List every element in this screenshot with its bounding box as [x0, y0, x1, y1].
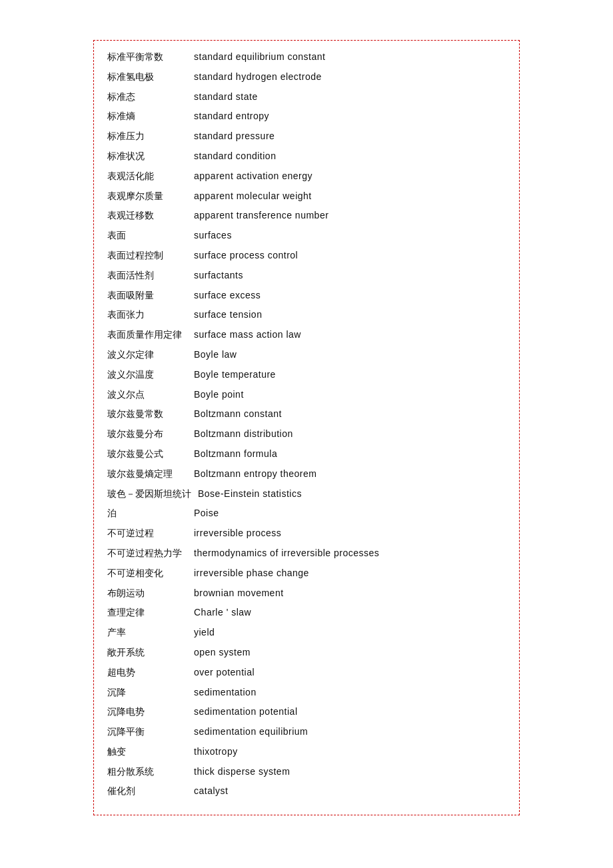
list-item: 玻尔兹曼分布Boltzmann distribution: [94, 424, 519, 444]
english-term: surface tension: [194, 307, 262, 323]
chinese-term: 触变: [107, 744, 187, 760]
chinese-term: 玻尔兹曼熵定理: [107, 466, 187, 482]
chinese-term: 表面: [107, 228, 187, 244]
chinese-term: 敞开系统: [107, 645, 187, 661]
list-item: 标准熵standard entropy: [94, 107, 519, 127]
list-item: 不可逆相变化irreversible phase change: [94, 564, 519, 584]
list-item: 催化剂catalyst: [94, 781, 519, 801]
english-term: sedimentation equilibrium: [194, 724, 308, 740]
chinese-term: 表观摩尔质量: [107, 189, 187, 205]
list-item: 表观摩尔质量apparent molecular weight: [94, 187, 519, 207]
list-item: 敞开系统open system: [94, 643, 519, 663]
english-term: thick disperse system: [194, 764, 290, 780]
chinese-term: 催化剂: [107, 783, 187, 799]
chinese-term: 玻尔兹曼分布: [107, 426, 187, 442]
list-item: 表面张力surface tension: [94, 305, 519, 325]
chinese-term: 标准压力: [107, 129, 187, 145]
english-term: sedimentation: [194, 685, 257, 701]
list-item: 沉降sedimentation: [94, 683, 519, 703]
english-term: standard hydrogen electrode: [194, 69, 322, 85]
chinese-term: 玻色－爱因斯坦统计: [107, 486, 191, 502]
english-term: Bose-Einstein statistics: [198, 486, 302, 502]
chinese-term: 表面过程控制: [107, 248, 187, 264]
list-item: 表面过程控制surface process control: [94, 246, 519, 266]
list-item: 粗分散系统thick disperse system: [94, 762, 519, 782]
chinese-term: 沉降: [107, 685, 187, 701]
chinese-term: 泊: [107, 506, 187, 522]
list-item: 波义尔定律Boyle law: [94, 345, 519, 365]
list-item: 查理定律Charle ' slaw: [94, 603, 519, 623]
list-item: 泊Poise: [94, 504, 519, 524]
list-item: 标准压力standard pressure: [94, 127, 519, 147]
english-term: standard entropy: [194, 109, 269, 125]
list-item: 表面surfaces: [94, 226, 519, 246]
list-item: 沉降平衡sedimentation equilibrium: [94, 722, 519, 742]
chinese-term: 沉降平衡: [107, 724, 187, 740]
list-item: 表面质量作用定律surface mass action law: [94, 325, 519, 345]
english-term: thixotropy: [194, 744, 238, 760]
english-term: Boltzmann formula: [194, 446, 277, 462]
chinese-term: 表观迁移数: [107, 208, 187, 224]
list-item: 玻尔兹曼常数Boltzmann constant: [94, 404, 519, 424]
list-item: 表面活性剂surfactants: [94, 266, 519, 286]
english-term: over potential: [194, 665, 255, 681]
chinese-term: 不可逆过程热力学: [107, 546, 187, 562]
english-term: thermodynamics of irreversible processes: [194, 546, 379, 562]
english-term: surface excess: [194, 288, 261, 304]
list-item: 不可逆过程热力学thermodynamics of irreversible p…: [94, 544, 519, 564]
list-item: 标准平衡常数standard equilibrium constant: [94, 47, 519, 67]
list-item: 玻色－爱因斯坦统计Bose-Einstein statistics: [94, 484, 519, 504]
english-term: open system: [194, 645, 251, 661]
english-term: brownian movement: [194, 586, 284, 602]
chinese-term: 表面活性剂: [107, 268, 187, 284]
list-item: 不可逆过程irreversible process: [94, 524, 519, 544]
english-term: standard state: [194, 89, 258, 105]
list-item: 沉降电势sedimentation potential: [94, 702, 519, 722]
chinese-term: 标准熵: [107, 109, 187, 125]
english-term: yield: [194, 625, 215, 641]
list-item: 玻尔兹曼熵定理Boltzmann entropy theorem: [94, 464, 519, 484]
english-term: Charle ' slaw: [194, 605, 251, 621]
english-term: irreversible phase change: [194, 566, 309, 582]
english-term: Boltzmann entropy theorem: [194, 466, 316, 482]
page-container: 标准平衡常数standard equilibrium constant标准氢电极…: [0, 0, 613, 868]
english-term: Poise: [194, 506, 219, 522]
list-item: 表观迁移数apparent transference number: [94, 206, 519, 226]
english-term: Boltzmann constant: [194, 406, 282, 422]
english-term: apparent activation energy: [194, 169, 312, 185]
list-item: 表观活化能apparent activation energy: [94, 167, 519, 187]
chinese-term: 表面质量作用定律: [107, 327, 187, 343]
english-term: sedimentation potential: [194, 704, 298, 720]
english-term: standard pressure: [194, 129, 275, 145]
list-item: 波义尔点Boyle point: [94, 385, 519, 405]
chinese-term: 波义尔点: [107, 387, 187, 403]
chinese-term: 表面张力: [107, 307, 187, 323]
english-term: surface mass action law: [194, 327, 301, 343]
chinese-term: 超电势: [107, 665, 187, 681]
chinese-term: 玻尔兹曼公式: [107, 446, 187, 462]
chinese-term: 标准态: [107, 89, 187, 105]
english-term: Boyle temperature: [194, 367, 276, 383]
english-term: surfaces: [194, 228, 232, 244]
list-item: 波义尔温度Boyle temperature: [94, 365, 519, 385]
list-item: 超电势over potential: [94, 663, 519, 683]
english-term: Boltzmann distribution: [194, 426, 293, 442]
list-item: 标准状况standard condition: [94, 147, 519, 167]
chinese-term: 玻尔兹曼常数: [107, 406, 187, 422]
chinese-term: 标准平衡常数: [107, 49, 187, 65]
chinese-term: 标准状况: [107, 149, 187, 165]
list-item: 标准态standard state: [94, 87, 519, 107]
english-term: apparent transference number: [194, 208, 328, 224]
chinese-term: 不可逆过程: [107, 526, 187, 542]
list-item: 标准氢电极standard hydrogen electrode: [94, 67, 519, 87]
english-term: catalyst: [194, 783, 228, 799]
chinese-term: 查理定律: [107, 605, 187, 621]
english-term: surfactants: [194, 268, 243, 284]
list-item: 产率yield: [94, 623, 519, 643]
chinese-term: 沉降电势: [107, 704, 187, 720]
english-term: Boyle point: [194, 387, 244, 403]
english-term: surface process control: [194, 248, 298, 264]
list-item: 布朗运动brownian movement: [94, 584, 519, 604]
content-border: 标准平衡常数standard equilibrium constant标准氢电极…: [93, 40, 520, 815]
english-term: irreversible process: [194, 526, 281, 542]
